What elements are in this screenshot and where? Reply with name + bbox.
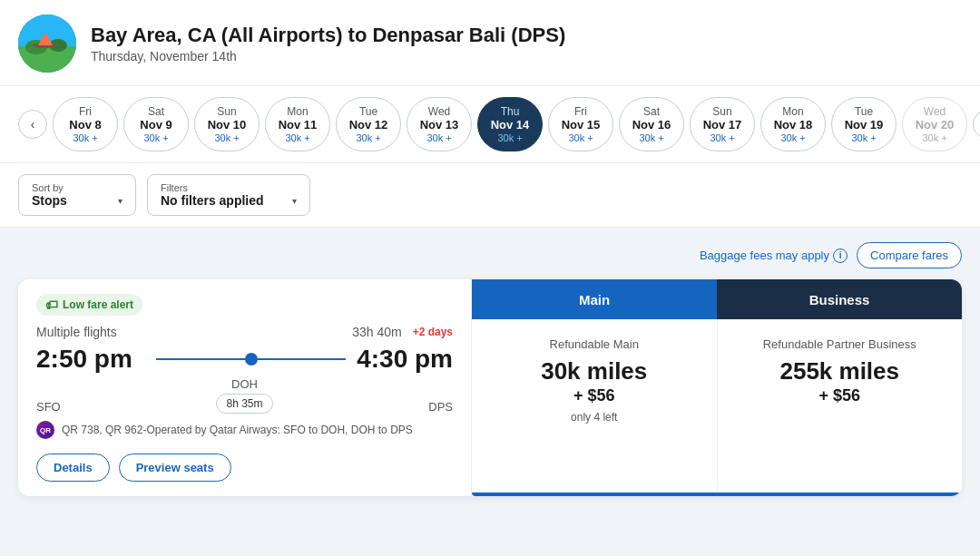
sort-value: Stops [32, 193, 67, 208]
sort-dropdown[interactable]: Sort by Stops ▾ [18, 174, 136, 216]
arrive-airport: DPS [428, 400, 453, 414]
details-btn[interactable]: Details [36, 454, 110, 482]
airline-info: QR QR 738, QR 962-Operated by Qatar Airw… [36, 421, 453, 439]
sort-chevron-icon: ▾ [118, 196, 122, 206]
date-pill-9[interactable]: SunNov 1730k + [690, 97, 755, 151]
fare-content: Refundable Main 30k miles + $56 only 4 l… [472, 319, 962, 493]
fare-main-miles: 30k miles [541, 358, 647, 385]
airline-info-text: QR 738, QR 962-Operated by Qatar Airways… [62, 424, 413, 436]
days-plus-badge: +2 days [413, 326, 453, 338]
date-pill-1[interactable]: SatNov 930k + [123, 97, 189, 151]
tag-icon: 🏷 [45, 298, 58, 312]
filters-bar: Sort by Stops ▾ Filters No filters appli… [0, 163, 980, 228]
alert-label: Low fare alert [63, 298, 133, 311]
flight-card: 🏷 Low fare alert Multiple flights 33h 40… [18, 279, 962, 496]
prev-date-btn[interactable]: ‹ [18, 110, 47, 139]
fare-tab-main-label: Main [579, 292, 610, 307]
fare-alert-badge: 🏷 Low fare alert [36, 294, 142, 316]
filter-dropdown[interactable]: Filters No filters applied ▾ [147, 174, 310, 216]
sort-label: Sort by [32, 182, 122, 193]
stopover-duration-badge: 8h 35m [216, 394, 272, 414]
date-pills-container: FriNov 830k +SatNov 930k +SunNov 1030k +… [53, 97, 967, 151]
compare-fares-btn[interactable]: Compare fares [857, 242, 962, 268]
flight-line [156, 358, 346, 360]
duration-row: Multiple flights 33h 40m +2 days [36, 325, 453, 339]
fare-col-business: Refundable Partner Business 255k miles +… [718, 319, 963, 493]
stopover-airport: DOH [231, 377, 258, 391]
fare-tab-main[interactable]: Main [472, 279, 717, 319]
card-bottom-bar [472, 493, 962, 496]
fare-tab-business-label: Business [809, 292, 870, 307]
route-date: Thursday, November 14th [91, 49, 565, 63]
fare-col-main: Refundable Main 30k miles + $56 only 4 l… [472, 319, 718, 493]
date-pill-4[interactable]: TueNov 1230k + [336, 97, 401, 151]
fare-columns: Main Business Refundable Main 30k miles … [472, 279, 962, 496]
card-actions: Details Preview seats [36, 454, 453, 482]
date-pill-12[interactable]: WedNov 2030k + [902, 97, 967, 151]
flight-dot [245, 353, 258, 366]
destination-avatar [18, 15, 76, 73]
header: Bay Area, CA (All Airports) to Denpasar … [0, 0, 980, 86]
fare-main-availability: only 4 left [571, 411, 617, 424]
header-text: Bay Area, CA (All Airports) to Denpasar … [91, 24, 565, 63]
fare-business-type: Refundable Partner Business [763, 337, 916, 351]
fare-business-cash: + $56 [818, 386, 860, 405]
arrive-time: 4:30 pm [357, 345, 453, 374]
airline-logo: QR [36, 421, 54, 439]
date-pill-8[interactable]: SatNov 1630k + [619, 97, 684, 151]
next-date-btn[interactable]: › [973, 110, 980, 139]
airports-row: SFO DOH 8h 35m DPS [36, 377, 453, 414]
date-pill-10[interactable]: MonNov 1830k + [760, 97, 826, 151]
filter-value: No filters applied [161, 193, 264, 208]
date-pill-7[interactable]: FriNov 1530k + [548, 97, 613, 151]
flight-line-container [156, 358, 346, 360]
baggage-fees-link[interactable]: Baggage fees may apply i [700, 249, 848, 263]
baggage-fees-text: Baggage fees may apply [700, 249, 829, 262]
date-pill-3[interactable]: MonNov 1130k + [265, 97, 330, 151]
date-pill-6[interactable]: ThuNov 1430k + [477, 97, 543, 151]
filter-chevron-icon: ▾ [292, 196, 297, 206]
sort-value-row: Stops ▾ [32, 193, 122, 208]
info-icon: i [833, 249, 848, 263]
action-row: Baggage fees may apply i Compare fares [18, 242, 962, 268]
date-pill-0[interactable]: FriNov 830k + [53, 97, 118, 151]
date-selector: ‹ FriNov 830k +SatNov 930k +SunNov 1030k… [0, 86, 980, 163]
fare-tab-business[interactable]: Business [717, 279, 962, 319]
depart-time: 2:50 pm [36, 345, 145, 374]
date-pill-2[interactable]: SunNov 1030k + [194, 97, 260, 151]
fare-tabs: Main Business [472, 279, 962, 319]
route-title: Bay Area, CA (All Airports) to Denpasar … [91, 24, 565, 47]
filter-label: Filters [161, 182, 297, 193]
flight-left: 🏷 Low fare alert Multiple flights 33h 40… [18, 279, 472, 496]
main-content: Baggage fees may apply i Compare fares 🏷… [0, 228, 980, 511]
duration-value: 33h 40m [352, 325, 401, 339]
page-wrapper: Bay Area, CA (All Airports) to Denpasar … [0, 0, 980, 556]
fare-main-cash: + $56 [573, 386, 615, 405]
flights-label: Multiple flights [36, 325, 117, 339]
flight-times-row: 2:50 pm 4:30 pm [36, 345, 453, 374]
fare-business-miles: 255k miles [779, 358, 899, 385]
fare-main-type: Refundable Main [550, 337, 639, 351]
preview-seats-btn[interactable]: Preview seats [119, 454, 231, 482]
filter-value-row: No filters applied ▾ [161, 193, 297, 208]
date-pill-5[interactable]: WedNov 1330k + [407, 97, 472, 151]
depart-airport: SFO [36, 400, 61, 414]
date-pill-11[interactable]: TueNov 1930k + [831, 97, 897, 151]
